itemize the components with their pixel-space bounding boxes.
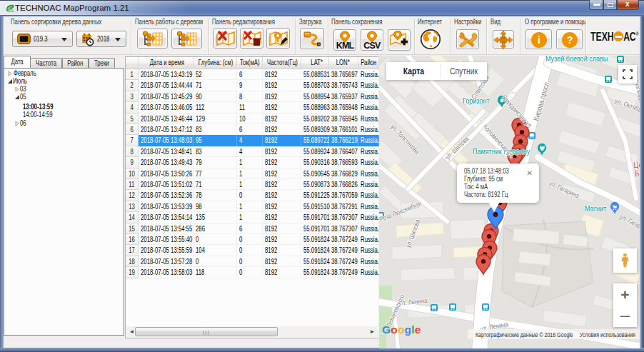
svg-text:KML: KML (336, 41, 355, 49)
svg-text:CSV: CSV (363, 41, 381, 49)
